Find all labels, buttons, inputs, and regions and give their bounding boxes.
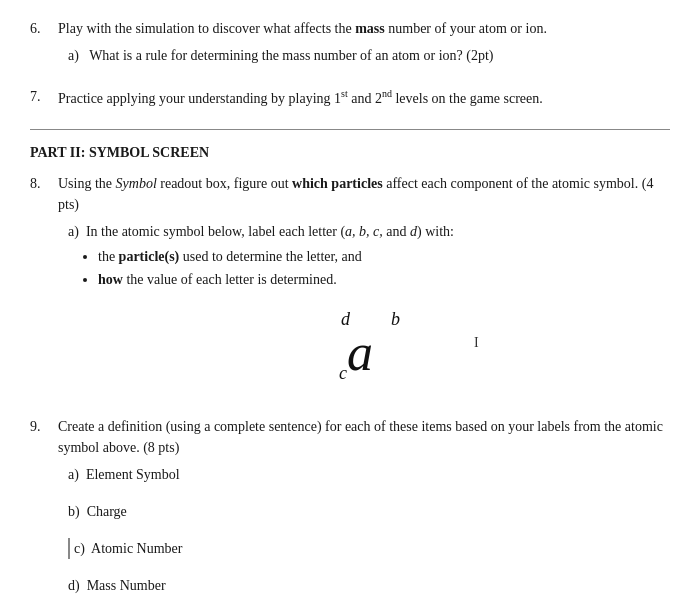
letter-c-label: c: [339, 360, 347, 387]
part-divider: [30, 129, 670, 130]
q8-text: Using the Symbol readout box, figure out…: [58, 173, 670, 215]
q6-text: Play with the simulation to discover wha…: [58, 18, 670, 39]
question-9-number: 9.: [30, 416, 58, 610]
question-9: 9. Create a definition (using a complete…: [30, 416, 670, 610]
question-7: 7. Practice applying your understanding …: [30, 86, 670, 115]
question-6-number: 6.: [30, 18, 58, 72]
nd-superscript: nd: [382, 88, 392, 99]
atomic-number-label: Atomic Number: [91, 541, 182, 556]
bullet-1: the particle(s) used to determine the le…: [98, 246, 670, 267]
q9-sub-a: a) Element Symbol: [68, 464, 670, 485]
q8-sub-a-label: a): [68, 224, 82, 239]
part2-heading: PART II: SYMBOL SCREEN: [30, 142, 670, 163]
question-8-number: 8.: [30, 173, 58, 402]
q6-sub-a-text: What is a rule for determining the mass …: [89, 48, 493, 63]
symbol-italic: Symbol: [116, 176, 157, 191]
q9-sub-c: c) Atomic Number: [68, 538, 670, 559]
q6-sub-a-label: a): [68, 48, 86, 63]
letter-a-symbol: a: [347, 314, 373, 392]
q9-sub-d: d) Mass Number: [68, 575, 670, 596]
st-superscript: st: [341, 88, 348, 99]
q9-text: Create a definition (using a complete se…: [58, 416, 670, 458]
abcd-italic: a, b, c,: [345, 224, 383, 239]
question-8-content: Using the Symbol readout box, figure out…: [58, 173, 670, 402]
question-6-content: Play with the simulation to discover wha…: [58, 18, 670, 72]
question-7-content: Practice applying your understanding by …: [58, 86, 670, 115]
bullet-2: how the value of each letter is determin…: [98, 269, 670, 290]
q8-sub-a: a) In the atomic symbol below, label eac…: [68, 221, 670, 290]
question-7-number: 7.: [30, 86, 58, 115]
particles-bold: particle(s): [119, 249, 180, 264]
question-9-content: Create a definition (using a complete se…: [58, 416, 670, 610]
question-6: 6. Play with the simulation to discover …: [30, 18, 670, 72]
d-italic: d: [410, 224, 417, 239]
atomic-symbol-diagram: d b a c I: [88, 302, 670, 382]
q9-sub-b: b) Charge: [68, 501, 670, 522]
mass-bold: mass: [355, 21, 385, 36]
q8-sub-a-text: In the atomic symbol below, label each l…: [86, 224, 454, 239]
q8-bullet-list: the particle(s) used to determine the le…: [98, 246, 670, 290]
how-bold: how: [98, 272, 123, 287]
q9-sub-a-label: a) Element Symbol: [68, 464, 670, 485]
which-particles-bold: which particles: [292, 176, 383, 191]
atomic-symbol-wrapper: d b a c I: [319, 302, 439, 382]
q7-text: Practice applying your understanding by …: [58, 86, 670, 109]
cursor-i: I: [474, 332, 479, 353]
q9-sub-c-label: c) Atomic Number: [74, 538, 670, 559]
letter-b-label: b: [391, 306, 400, 333]
q9-sub-b-label: b) Charge: [68, 501, 670, 522]
q6-sub-a: a) What is a rule for determining the ma…: [68, 45, 670, 66]
q9-sub-d-label: d) Mass Number: [68, 575, 670, 596]
question-8: 8. Using the Symbol readout box, figure …: [30, 173, 670, 402]
q6-num-label: 6.: [30, 21, 41, 36]
